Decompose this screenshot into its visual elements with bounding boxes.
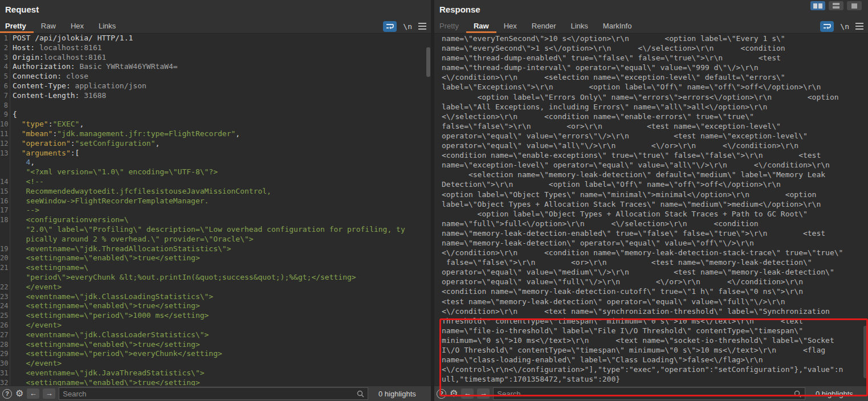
- response-code-line: label=\"Exceptions\">\r\n <option label=…: [434, 82, 868, 92]
- request-code-line: 11 "mbean":"jdk.management.jfr:type=Flig…: [0, 129, 431, 139]
- request-scrollbar-thumb[interactable]: [426, 47, 430, 77]
- magnifier-icon: [357, 390, 364, 398]
- tab-pretty[interactable]: Pretty: [434, 19, 466, 33]
- tab-render[interactable]: Render: [524, 19, 564, 33]
- request-panel-title: Request: [0, 0, 431, 19]
- highlights-count: 0 highlights: [378, 390, 426, 398]
- response-panel-title: Response: [434, 0, 868, 19]
- request-code-line: 14 <!--: [0, 177, 431, 187]
- search-prev-button[interactable]: ←: [27, 388, 39, 399]
- response-scrollbar-thumb[interactable]: [863, 326, 867, 378]
- response-code-line: label=\"Object Types + Allocation Stack …: [434, 199, 868, 209]
- rows-icon: [833, 3, 840, 9]
- tab-pretty[interactable]: Pretty: [0, 19, 34, 33]
- response-code-line: <test name=\"memory-leak-detection\" ope…: [434, 297, 868, 306]
- request-code-line: 18 <configurationversion=\: [0, 215, 431, 225]
- request-code-line: 22 </event>: [0, 283, 431, 292]
- single-pane-icon: [851, 3, 857, 9]
- search-input[interactable]: [494, 390, 794, 398]
- highlights-count: 0 highlights: [816, 390, 863, 398]
- request-code-line: 21 <settingname=\: [0, 263, 431, 273]
- response-code-line: label=\"All Exceptions, including Errors…: [434, 102, 868, 112]
- request-code-line: 31 <eventname=\"jdk.JavaThreadStatistics…: [0, 369, 431, 378]
- response-code-line: <option label=\"Object Types\" name=\"mi…: [434, 190, 868, 199]
- layout-columns-button[interactable]: [810, 1, 825, 10]
- response-code: name=\"everyTenSecond\">10 s<\/option>\r…: [434, 34, 868, 384]
- response-panel: Response PrettyRawHexRenderLinksMarkInfo…: [434, 0, 868, 401]
- request-panel: Request PrettyRawHexLinks \n 1POST /api/…: [0, 0, 431, 401]
- search-next-button[interactable]: →: [43, 388, 55, 399]
- request-code-line: 6Content-Type: application/json: [0, 81, 431, 91]
- word-wrap-icon[interactable]: [820, 21, 834, 32]
- response-code-line: operator=\"equal\" value=\"medium\"\/>\r…: [434, 267, 868, 277]
- response-tabbar: PrettyRawHexRenderLinksMarkInfo \n: [434, 19, 868, 34]
- request-code-line: 23 <eventname=\"jdk.ClassLoadingStatisti…: [0, 292, 431, 302]
- request-code-line: 12 "operation":"setConfiguration",: [0, 139, 431, 149]
- columns-icon: [813, 3, 817, 9]
- menu-icon[interactable]: [855, 23, 863, 30]
- response-code-line: name=\"memory-leak-detection\" operator=…: [434, 238, 868, 248]
- request-code-line: 7Content-Length: 31688: [0, 91, 431, 101]
- request-code-line: 27 <eventname=\"jdk.ClassLoaderStatistic…: [0, 330, 431, 340]
- request-code-line: 3Origin:localhost:8161: [0, 53, 431, 63]
- request-code-line: 29 <settingname=\"period\">everyChunk</s…: [0, 349, 431, 359]
- request-code-line: 13 "arguments":[: [0, 149, 431, 158]
- layout-rows-button[interactable]: [829, 1, 843, 10]
- search-input[interactable]: [59, 390, 357, 398]
- response-code-line: name=\"exception-level\" operator=\"equa…: [434, 160, 868, 170]
- response-code-line: Threshold\" contentType=\"timespan\" min…: [434, 316, 868, 326]
- layout-single-button[interactable]: [847, 1, 862, 10]
- magnifier-icon: [794, 390, 801, 398]
- request-code-line: 9{: [0, 110, 431, 120]
- word-wrap-icon[interactable]: [383, 21, 397, 32]
- menu-icon[interactable]: [418, 23, 426, 30]
- response-code-line: <\/condition>\r\n <selection name=\"exce…: [434, 72, 868, 82]
- tab-raw[interactable]: Raw: [34, 19, 63, 33]
- response-searchbar: ? ⚙ ← → 0 highlights: [434, 386, 868, 401]
- response-editor[interactable]: name=\"everyTenSecond\">10 s<\/option>\r…: [434, 34, 868, 386]
- help-icon[interactable]: ?: [2, 389, 12, 399]
- tab-raw[interactable]: Raw: [466, 19, 496, 33]
- request-code-line: 5Connection: close: [0, 72, 431, 81]
- tab-links[interactable]: Links: [91, 19, 123, 33]
- request-code-line: 1POST /api/jolokia/ HTTP/1.1: [0, 34, 431, 43]
- request-code-line: 30 </event>: [0, 359, 431, 369]
- tab-hex[interactable]: Hex: [63, 19, 91, 33]
- search-next-button[interactable]: →: [477, 388, 490, 399]
- request-code-line: 24 <settingname=\"enabled\">true</settin…: [0, 301, 431, 311]
- tab-links[interactable]: Links: [563, 19, 595, 33]
- request-code-line: 17 -->: [0, 206, 431, 215]
- request-code-line: pically around 2 % overhead.\" provider=…: [0, 235, 431, 244]
- request-code: 1POST /api/jolokia/ HTTP/1.12Host: local…: [0, 34, 431, 386]
- response-code-line: name=\"everySecond\">1 s<\/option>\r\n <…: [434, 43, 868, 53]
- newline-icon[interactable]: \n: [840, 22, 849, 31]
- request-editor[interactable]: 1POST /api/jolokia/ HTTP/1.12Host: local…: [0, 34, 431, 386]
- request-code-line: 8: [0, 101, 431, 111]
- response-code-line: I\/O Threshold\" contentType=\"timespan\…: [434, 345, 868, 355]
- response-code-line: Detection\">\r\n <option label=\"Off\" n…: [434, 179, 868, 189]
- layout-switcher: [810, 1, 862, 10]
- request-tabbar: PrettyRawHexLinks \n: [0, 19, 431, 34]
- response-code-line: <\/control>\r\n<\/configuration>"],"type…: [434, 365, 868, 374]
- help-icon[interactable]: ?: [437, 389, 446, 399]
- tab-hex[interactable]: Hex: [496, 19, 524, 33]
- response-code-line: name=\"memory-leak-detection-enabled\" t…: [434, 228, 868, 238]
- response-code-line: false=\"false\">\r\n <or>\r\n <test name…: [434, 121, 868, 131]
- request-code-line: 16 seeWindow->FlightRecorderTemplateMana…: [0, 197, 431, 206]
- response-code-line: false=\"false\">\r\n <or>\r\n <test name…: [434, 257, 868, 267]
- request-code-line: "2.0\" label=\"Profiling\" description=\…: [0, 225, 431, 235]
- response-code-line: name=\"file-io-threshold\" label=\"File …: [434, 326, 868, 335]
- settings-gear-icon[interactable]: ⚙: [15, 389, 23, 398]
- settings-gear-icon[interactable]: ⚙: [450, 389, 458, 398]
- newline-icon[interactable]: \n: [403, 22, 412, 31]
- response-code-line: <\/condition>\r\n <text name=\"synchroni…: [434, 306, 868, 316]
- response-code-line: minimum=\"0 s\">10 ms<\/text>\r\n <text …: [434, 335, 868, 345]
- tab-markinfo[interactable]: MarkInfo: [596, 19, 639, 33]
- response-code-line: name=\"everyTenSecond\">10 s<\/option>\r…: [434, 34, 868, 43]
- request-code-line: 15 Recommendedwaytoedit.jfcfilesistouseJ…: [0, 187, 431, 197]
- request-code-line: 26 </event>: [0, 321, 431, 330]
- search-prev-button[interactable]: ←: [461, 388, 474, 399]
- request-code-line: "period\">everyChunk &lt;%out.printIn(&q…: [0, 273, 431, 283]
- response-code-line: <option label=\"Errors Only\" name=\"err…: [434, 92, 868, 102]
- request-code-line: 10 "type":"EXEC",: [0, 120, 431, 129]
